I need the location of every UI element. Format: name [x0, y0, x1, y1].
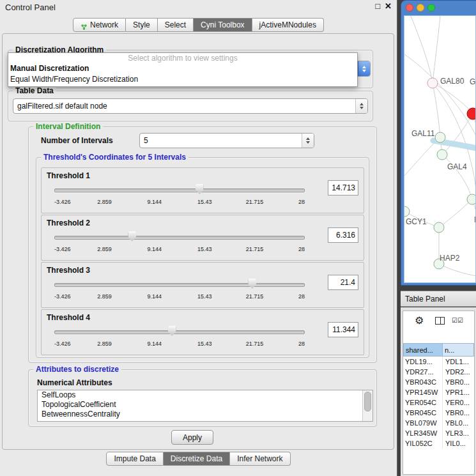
apply-button[interactable]: Apply: [171, 430, 213, 445]
node-gal80[interactable]: [427, 78, 438, 88]
threshold-2-slider[interactable]: -3.426 2.859 9.144 15.43 21.715 28: [54, 231, 305, 253]
node-gal11[interactable]: [435, 132, 445, 142]
tick-label: 9.144: [148, 199, 162, 205]
node-label-hap2: HAP2: [440, 254, 459, 263]
cell[interactable]: YBR043C: [403, 377, 443, 387]
list-scrollbar[interactable]: [362, 390, 372, 421]
slider-track[interactable]: [54, 236, 305, 240]
table-row[interactable]: YER054C YER0...: [403, 397, 474, 408]
tab-jactivemnodules[interactable]: jActiveMNodules: [252, 18, 324, 32]
threshold-1-value-field[interactable]: 14.713: [328, 180, 358, 196]
list-item[interactable]: BetweennessCentrality: [38, 410, 372, 419]
columns-icon[interactable]: [435, 317, 445, 325]
cell[interactable]: YBR0...: [443, 377, 474, 387]
cell[interactable]: YDR2...: [443, 367, 474, 377]
close-icon[interactable]: ✕: [385, 1, 392, 11]
cell[interactable]: YDL1...: [443, 357, 474, 367]
slider-thumb[interactable]: [168, 326, 176, 336]
table-row[interactable]: YBR045C YBR0...: [403, 408, 474, 418]
node-highlighted[interactable]: [467, 108, 476, 119]
threshold-2-label: Threshold 2: [47, 219, 90, 227]
slider-thumb[interactable]: [248, 279, 256, 289]
tab-select[interactable]: Select: [158, 18, 194, 32]
combo-stepper-icon[interactable]: [302, 134, 314, 148]
threshold-4-value-field[interactable]: 11.344: [328, 322, 358, 337]
cell[interactable]: YDR27...: [403, 367, 443, 377]
select-columns-icon[interactable]: ☑☑: [452, 317, 463, 324]
table-data-combo[interactable]: galFiltered.sif default node: [13, 98, 368, 114]
cell[interactable]: YPR1...: [443, 387, 474, 397]
threshold-1-slider[interactable]: -3.426 2.859 9.144 15.43 21.715 28: [54, 184, 305, 206]
threshold-2-value-field[interactable]: 6.316: [328, 227, 358, 243]
tick-label: 21.715: [246, 199, 264, 205]
number-of-intervals-value: 5: [144, 134, 300, 148]
cell[interactable]: YER054C: [403, 397, 443, 408]
column-header-shared-name[interactable]: shared...: [403, 343, 443, 357]
dropdown-placeholder[interactable]: Select algorithm to view settings: [8, 53, 357, 63]
tick-label: 28: [298, 246, 305, 252]
combo-stepper-icon[interactable]: [358, 61, 370, 76]
tab-infer-network[interactable]: Infer Network: [230, 452, 290, 466]
table-row[interactable]: YPR145W YPR1...: [403, 387, 474, 397]
cell[interactable]: YLR3...: [443, 428, 474, 438]
tab-impute-data[interactable]: Impute Data: [106, 452, 163, 466]
thresholds-group-title: Threshold's Coordinates for 5 Intervals: [41, 153, 188, 162]
node[interactable]: [467, 194, 476, 204]
threshold-3-slider[interactable]: -3.426 2.859 9.144 15.43 21.715 28: [54, 279, 305, 300]
node[interactable]: [434, 222, 444, 233]
threshold-panel-2: Threshold 2 -3.426 2.859 9.144 15.43 21.…: [41, 215, 364, 261]
node-gcy1[interactable]: [404, 206, 410, 217]
table-row[interactable]: YBR043C YBR0...: [403, 377, 474, 387]
tick-label: 28: [298, 199, 305, 205]
cell[interactable]: YBR0...: [443, 408, 474, 418]
threshold-3-value-field[interactable]: 21.4: [328, 275, 358, 290]
cell[interactable]: YIL052C: [403, 438, 443, 449]
list-item[interactable]: SelfLoops: [38, 390, 372, 400]
cell[interactable]: YBR045C: [403, 408, 443, 418]
slider-thumb[interactable]: [196, 184, 204, 194]
threshold-4-slider[interactable]: -3.426 2.859 9.144 15.43 21.715 28: [54, 326, 305, 348]
slider-track[interactable]: [54, 188, 305, 192]
float-window-icon[interactable]: □: [375, 1, 380, 11]
table-row[interactable]: YBL079W YBL0...: [403, 418, 474, 428]
tab-style[interactable]: Style: [126, 18, 158, 32]
cell[interactable]: YER0...: [443, 397, 474, 408]
node-label-gal80: GAL80: [440, 77, 464, 86]
number-of-intervals-combo[interactable]: 5: [139, 133, 314, 148]
node-gal4[interactable]: [437, 150, 447, 160]
node-label-gal4: GAL4: [447, 162, 467, 171]
close-window-icon[interactable]: [406, 4, 413, 12]
tick-label: 9.144: [148, 341, 162, 347]
slider-track[interactable]: [54, 283, 305, 287]
tab-discretize-data[interactable]: Discretize Data: [164, 452, 230, 466]
network-canvas[interactable]: GAL80 GA GAL11 GAL4 GCY1 H HAP2: [404, 15, 476, 283]
list-item[interactable]: TopologicalCoefficient: [38, 400, 372, 410]
table-row[interactable]: YIL052C YIL0...: [403, 438, 474, 449]
combo-stepper-icon[interactable]: [355, 99, 367, 113]
table-row[interactable]: YLR345W YLR3...: [403, 428, 474, 438]
table-data-title: Table Data: [13, 86, 56, 95]
slider-track[interactable]: [54, 330, 305, 334]
cell[interactable]: YBL0...: [443, 418, 474, 428]
algorithm-dropdown-popup: Select algorithm to view settings Manual…: [8, 52, 358, 87]
attributes-group-title: Attributes to discretize: [33, 365, 121, 374]
column-header-name[interactable]: n...: [443, 343, 474, 357]
scrollbar-thumb[interactable]: [364, 392, 371, 411]
gear-icon[interactable]: ⚙: [415, 314, 424, 326]
cell[interactable]: YBL079W: [403, 418, 443, 428]
tab-network[interactable]: Network: [73, 18, 126, 32]
tab-cyni-toolbox[interactable]: Cyni Toolbox: [194, 18, 252, 32]
cell[interactable]: YIL0...: [443, 438, 474, 449]
cell[interactable]: YDL19...: [403, 357, 443, 367]
tab-network-label: Network: [90, 19, 118, 31]
dropdown-option-manual-discretization[interactable]: Manual Discretization: [8, 63, 357, 74]
cell[interactable]: YPR145W: [403, 387, 443, 397]
dropdown-option-equal-width[interactable]: Equal Width/Frequency Discretization: [8, 74, 357, 85]
table-row[interactable]: YDL19... YDL1...: [403, 357, 474, 367]
table-row[interactable]: YDR27... YDR2...: [403, 367, 474, 377]
slider-thumb[interactable]: [128, 231, 136, 242]
panel-title: Control Panel: [5, 3, 56, 12]
cell[interactable]: YLR345W: [403, 428, 443, 438]
zoom-window-icon[interactable]: [427, 4, 435, 12]
minimize-window-icon[interactable]: [417, 4, 424, 12]
